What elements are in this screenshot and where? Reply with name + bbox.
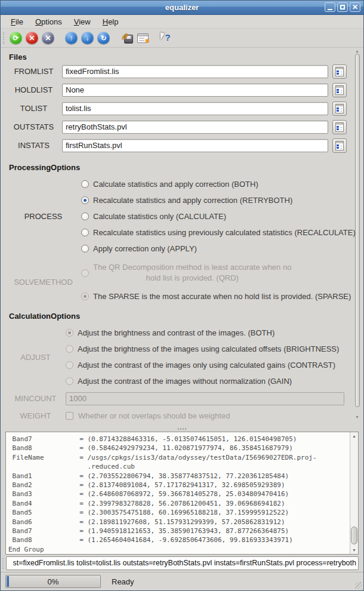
redo-icon: ↻ [97, 32, 110, 44]
instats-browse-button[interactable] [332, 138, 347, 153]
radio-disabled-checked-icon [66, 329, 73, 337]
percent-row: PERCENT [1, 423, 363, 426]
mincount-input [66, 392, 344, 405]
radio-disabled-icon [66, 361, 73, 369]
log-output-area[interactable]: Band7 = (0.87143288463316, -5.0135074615… [5, 432, 359, 555]
radio-disabled-icon [66, 377, 73, 385]
solvemethod-radio-group: SOLVEMETHOD The QR Decomposition method … [1, 260, 363, 303]
solvemethod-option-qrd: The QR Decomposition method is least acc… [81, 260, 363, 285]
adjust-option-brightness: Adjust the brightness of the images usin… [66, 341, 363, 357]
log-scroll-down-icon[interactable]: ▼ [352, 548, 356, 552]
scrollbar-up-arrow-icon[interactable]: ▲ [355, 49, 359, 53]
processing-section-heading: ProcessingOptions [9, 163, 363, 173]
adjust-option-both: Adjust the brightness and contrast of th… [66, 325, 363, 341]
outstats-row: OUTSTATS [1, 118, 363, 136]
holdlist-browse-button[interactable] [332, 83, 347, 97]
calculation-section-heading: CalculationOptions [9, 312, 363, 321]
scrollbar-thumb[interactable] [355, 54, 360, 407]
radio-disabled-icon [81, 269, 89, 277]
close-x-icon: ✕ [42, 32, 54, 44]
mincount-row: MINCOUNT [1, 389, 363, 408]
scroll-up-button[interactable]: ↑ [63, 30, 79, 46]
stop-button[interactable]: ✕ [24, 30, 40, 46]
adjust-radio-group: ADJUST Adjust the brightness and contras… [1, 325, 363, 389]
minimize-button[interactable] [325, 2, 335, 12]
run-icon: ⟳ [10, 32, 22, 44]
process-option-apply[interactable]: Apply correction only (APPLY) [81, 241, 363, 257]
tolist-label: TOLIST [5, 104, 62, 113]
process-option-calculate[interactable]: Calculate statistics only (CALCULATE) [81, 208, 363, 224]
command-line-row: st=fixedFromlist.lis tolist=tolist.lis o… [1, 555, 363, 572]
help-cursor-icon: ? [160, 32, 173, 44]
fromlist-input[interactable] [62, 65, 328, 78]
process-option-both[interactable]: Calculate statistics and apply correctio… [81, 176, 363, 192]
holdlist-label: HOLDLIST [5, 85, 62, 94]
process-label: PROCESS [5, 212, 81, 221]
outstats-input[interactable] [62, 121, 328, 134]
progress-fill [7, 576, 9, 587]
process-option-recalculate[interactable]: Recalculate statistics using previously … [81, 224, 363, 241]
scroll-down-button[interactable]: ↓ [79, 30, 95, 46]
fromlist-browse-button[interactable] [332, 64, 347, 79]
whats-this-button[interactable]: ? [158, 30, 174, 46]
process-option-retryboth[interactable]: Recalculate statistics and apply correct… [81, 192, 363, 208]
arrow-up-icon: ↑ [65, 32, 78, 44]
resize-grip-icon[interactable] [355, 582, 362, 589]
log-text: Band7 = (0.87143288463316, -5.0135074615… [8, 435, 348, 553]
log-scrollbar-thumb[interactable] [351, 527, 357, 544]
menu-view[interactable]: View [69, 16, 96, 27]
instats-input[interactable] [62, 139, 328, 152]
radio-disabled-checked-icon [81, 293, 89, 300]
title-bar[interactable]: equalizer ✕ [1, 1, 363, 15]
splitter-handle[interactable] [1, 426, 363, 432]
save-log-button[interactable]: ✎ [119, 30, 135, 46]
weight-checkbox [66, 412, 73, 420]
menu-bar: File Options View Help [1, 15, 363, 29]
status-message: Ready [112, 577, 134, 586]
progress-bar: 0% [5, 575, 101, 588]
stop-icon: ✕ [26, 32, 38, 44]
splitter-grip-icon [178, 428, 186, 430]
arrow-down-icon: ↓ [81, 32, 94, 44]
reset-button[interactable]: ↻ [95, 30, 112, 46]
instats-label: INSTATS [5, 141, 62, 150]
solvemethod-label: SOLVEMETHOD [5, 278, 81, 287]
holdlist-row: HOLDLIST [1, 81, 363, 99]
adjust-option-gain: Adjust the contrast of the images withou… [66, 373, 363, 389]
instats-row: INSTATS [1, 136, 363, 155]
scrollbar-down-arrow-icon[interactable]: ▼ [355, 415, 359, 419]
file-dialog-icon [335, 104, 344, 113]
mincount-label: MINCOUNT [5, 394, 66, 403]
solvemethod-option-sparse: The SPARSE is the most accurate when no … [81, 289, 363, 303]
file-dialog-icon [335, 141, 344, 150]
close-app-button[interactable]: ✕ [40, 30, 56, 46]
weight-row: WEIGHT Whether or not overlaps should be… [1, 408, 363, 423]
weight-text: Whether or not overlaps should be weight… [78, 411, 230, 420]
tolist-input[interactable] [62, 102, 328, 115]
window-controls: ✕ [325, 2, 360, 12]
radio-checked-icon [81, 196, 89, 204]
toolbar-handle[interactable] [3, 32, 5, 44]
window-title: equalizer [165, 3, 199, 12]
form-settings-button[interactable]: ✱ [135, 30, 151, 46]
log-scroll-up-icon[interactable]: ▲ [352, 434, 356, 438]
radio-unchecked-icon [81, 229, 89, 236]
menu-file[interactable]: File [5, 16, 29, 27]
adjust-option-contrast: Adjust the contrast of the images only u… [66, 357, 363, 373]
radio-unchecked-icon [81, 180, 89, 188]
run-button[interactable]: ⟳ [8, 30, 24, 46]
fromlist-label: FROMLIST [5, 67, 62, 76]
file-dialog-icon [335, 67, 344, 76]
save-edit-icon: ✎ [121, 32, 133, 44]
holdlist-input[interactable] [62, 84, 328, 97]
maximize-button[interactable] [337, 2, 348, 12]
command-line-handle[interactable] [2, 558, 5, 569]
close-button[interactable]: ✕ [350, 2, 360, 12]
command-line-input[interactable]: st=fixedFromlist.lis tolist=tolist.lis o… [6, 556, 359, 570]
fromlist-row: FROMLIST [1, 62, 363, 81]
tolist-browse-button[interactable] [332, 101, 347, 116]
outstats-browse-button[interactable] [332, 120, 347, 134]
menu-help[interactable]: Help [97, 16, 124, 27]
menu-options[interactable]: Options [30, 16, 67, 27]
outstats-label: OUTSTATS [5, 122, 62, 131]
